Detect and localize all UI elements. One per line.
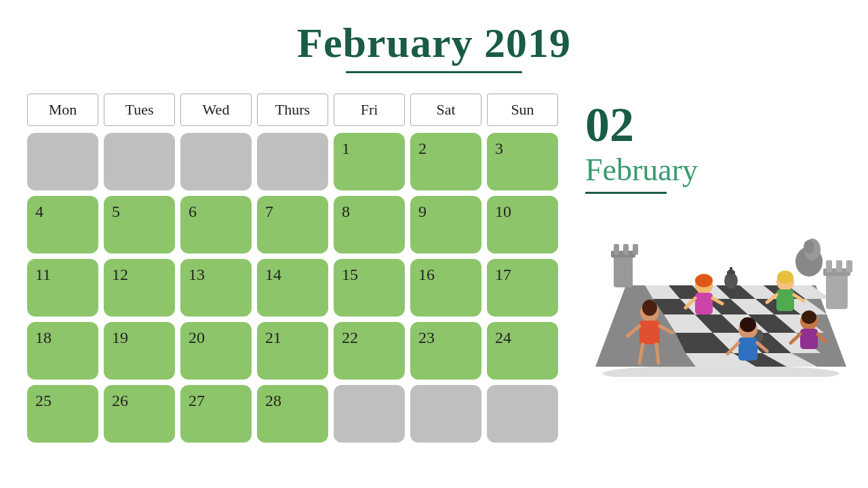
- calendar-day-cell[interactable]: 23: [410, 322, 481, 380]
- calendar-day-cell[interactable]: 25: [27, 385, 98, 443]
- day-header: Thurs: [257, 94, 328, 126]
- svg-point-67: [740, 317, 756, 332]
- calendar-day-cell[interactable]: 26: [104, 385, 175, 443]
- svg-rect-44: [727, 271, 735, 274]
- day-header: Wed: [180, 94, 252, 126]
- calendar-day-cell[interactable]: 17: [487, 259, 558, 317]
- calendar-day-cell: [334, 385, 405, 443]
- calendar-day-cell[interactable]: 13: [180, 259, 252, 317]
- calendar-day-cell[interactable]: 16: [410, 259, 481, 317]
- chess-illustration: [585, 221, 856, 377]
- calendar-day-cell[interactable]: 10: [487, 196, 558, 253]
- svg-point-1: [602, 365, 840, 377]
- svg-rect-32: [633, 244, 638, 255]
- calendar-day-cell[interactable]: 2: [410, 133, 481, 190]
- calendar-day-cell: [410, 385, 481, 443]
- svg-rect-51: [639, 321, 660, 344]
- svg-rect-36: [826, 272, 848, 309]
- calendar-day-cell[interactable]: 5: [104, 196, 175, 253]
- svg-rect-28: [614, 253, 633, 287]
- calendar-day-cell[interactable]: 4: [27, 196, 98, 253]
- calendar-day-cell[interactable]: 12: [104, 259, 175, 317]
- side-panel: 02 February: [558, 94, 856, 443]
- calendar-grid: 1234567891011121314151617181920212223242…: [27, 133, 558, 443]
- calendar-day-cell[interactable]: 3: [487, 133, 558, 190]
- day-header: Sun: [487, 94, 558, 126]
- svg-rect-30: [614, 244, 619, 255]
- svg-rect-68: [738, 338, 757, 361]
- calendar-section: MonTuesWedThursFriSatSun 123456789101112…: [27, 94, 558, 443]
- day-header: Mon: [27, 94, 98, 126]
- day-header: Sat: [410, 94, 481, 126]
- day-headers: MonTuesWedThursFriSatSun: [27, 94, 558, 126]
- svg-point-62: [777, 270, 793, 284]
- svg-line-55: [656, 344, 658, 363]
- calendar-day-cell[interactable]: 21: [257, 322, 328, 380]
- page-title: February 2019: [0, 0, 868, 71]
- svg-rect-39: [836, 260, 842, 272]
- svg-point-72: [802, 310, 816, 324]
- svg-rect-31: [623, 244, 629, 255]
- calendar-day-cell[interactable]: 18: [27, 322, 98, 380]
- calendar-day-cell[interactable]: 24: [487, 322, 558, 380]
- calendar-day-cell[interactable]: 9: [410, 196, 481, 253]
- calendar-day-cell: [257, 133, 328, 190]
- calendar-day-cell: [27, 133, 98, 190]
- calendar-day-cell: [487, 385, 558, 443]
- calendar-day-cell: [104, 133, 175, 190]
- calendar-day-cell[interactable]: 6: [180, 196, 252, 253]
- svg-point-50: [642, 300, 657, 316]
- day-header: Fri: [334, 94, 405, 126]
- svg-rect-38: [826, 260, 832, 272]
- calendar-day-cell[interactable]: 11: [27, 259, 98, 317]
- svg-point-57: [695, 274, 713, 287]
- calendar-day-cell[interactable]: 8: [334, 196, 405, 253]
- title-underline: [346, 71, 522, 73]
- side-month: February: [585, 152, 698, 188]
- svg-rect-40: [846, 260, 852, 272]
- svg-rect-73: [800, 329, 818, 349]
- calendar-day-cell[interactable]: 28: [257, 385, 328, 443]
- side-day-number: 02: [585, 100, 634, 149]
- svg-rect-58: [695, 293, 713, 314]
- calendar-day-cell[interactable]: 1: [334, 133, 405, 190]
- calendar-day-cell[interactable]: 15: [334, 259, 405, 317]
- calendar-day-cell[interactable]: 7: [257, 196, 328, 253]
- calendar-day-cell[interactable]: 14: [257, 259, 328, 317]
- svg-rect-63: [776, 289, 794, 311]
- day-header: Tues: [104, 94, 175, 126]
- calendar-day-cell: [180, 133, 252, 190]
- side-underline: [585, 192, 667, 194]
- calendar-day-cell[interactable]: 20: [180, 322, 252, 380]
- svg-point-35: [804, 240, 814, 253]
- calendar-day-cell[interactable]: 22: [334, 322, 405, 380]
- calendar-day-cell[interactable]: 19: [104, 322, 175, 380]
- calendar-day-cell[interactable]: 27: [180, 385, 252, 443]
